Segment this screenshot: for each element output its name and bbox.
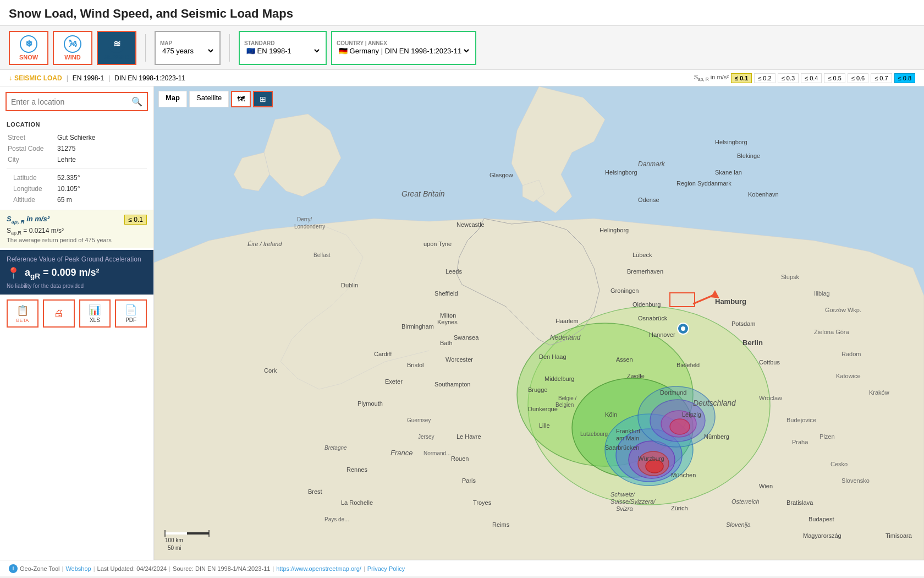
svg-text:Rennes: Rennes: [346, 466, 367, 473]
svg-text:Zielona Góra: Zielona Góra: [814, 329, 849, 335]
sap-label: Sap, R in m/s²: [7, 215, 50, 225]
map-controls: Map Satellite 🗺 ⊞: [158, 91, 273, 107]
report-beta-button[interactable]: 📋 BETA: [7, 299, 38, 328]
svg-text:Lille: Lille: [539, 422, 550, 429]
svg-text:Cottbus: Cottbus: [759, 359, 780, 366]
alt-value: 65 m: [56, 194, 147, 205]
action-buttons: 📋 BETA 🖨 📊 XLS 📄 PDF: [0, 295, 153, 332]
svg-text:Iliblag: Iliblag: [814, 290, 830, 297]
svg-text:Birmingham: Birmingham: [402, 323, 434, 330]
svg-text:Bretagne: Bretagne: [324, 445, 347, 451]
map-tab-map[interactable]: Map: [158, 91, 187, 107]
svg-text:Milton: Milton: [440, 312, 456, 319]
info-bar: ↓ SEISMIC LOAD | EN 1998-1 | DIN EN 1998…: [0, 70, 924, 86]
city-label: City: [7, 154, 56, 165]
footer-osm-link[interactable]: https://www.openstreetmap.org/: [276, 565, 361, 572]
snow-tool-button[interactable]: ❄ SNOW: [9, 31, 48, 65]
table-row: Altitude 65 m: [7, 194, 147, 205]
city-value: Lehrte: [56, 154, 147, 165]
svg-text:Haarlem: Haarlem: [556, 318, 579, 324]
map-area[interactable]: Map Satellite 🗺 ⊞: [154, 86, 924, 560]
agr-title: Reference Value of Peak Ground Accelerat…: [7, 255, 147, 263]
content-area: 🔍 LOCATION Street Gut Schierke Postal Co…: [0, 86, 924, 560]
svg-text:Lübeck: Lübeck: [632, 252, 652, 258]
wind-icon: 🌬: [64, 35, 81, 53]
standard-select-label: STANDARD: [244, 40, 321, 46]
country-select-group: COUNTRY | ANNEX 🇩🇪 Germany | DIN EN 1998…: [331, 31, 476, 65]
svg-text:Suisse/Svizzera/: Suisse/Svizzera/: [610, 498, 656, 505]
svg-text:upon Tyne: upon Tyne: [424, 241, 452, 247]
seismic-tool-button[interactable]: ≋ SEISMIC: [97, 31, 136, 65]
svg-text:Oldenburg: Oldenburg: [632, 301, 661, 308]
agr-section: Reference Value of Peak Ground Accelerat…: [0, 250, 153, 295]
svg-text:Dunkerque: Dunkerque: [528, 406, 558, 412]
legend-item-06: ≤ 0.6: [848, 73, 868, 83]
page-title: Snow Load, Wind Speed, and Seismic Load …: [0, 0, 924, 26]
footer-webshop[interactable]: Webshop: [65, 565, 91, 572]
seismic-icon: ≋: [108, 35, 125, 53]
toolbar-divider-2: [229, 34, 230, 62]
print-icon: 🖨: [54, 308, 64, 319]
svg-text:Cork: Cork: [264, 367, 277, 374]
svg-text:Österreich: Österreich: [732, 498, 760, 505]
map-select[interactable]: 475 years 100 years 250 years 1000 years…: [160, 46, 215, 56]
svg-text:La Rochelle: La Rochelle: [341, 499, 373, 506]
standard-select[interactable]: 🇪🇺 EN 1998-1 EN 1998-1:2004: [244, 46, 321, 56]
svg-text:Köln: Köln: [605, 411, 617, 418]
svg-text:Radom: Radom: [842, 351, 861, 357]
svg-text:Normand...: Normand...: [424, 450, 450, 456]
svg-text:Derry/: Derry/: [297, 216, 312, 222]
svg-text:Blekinge: Blekinge: [737, 152, 760, 159]
country-select[interactable]: 🇩🇪 Germany | DIN EN 1998-1:2023-11 Austr…: [337, 46, 471, 56]
postal-label: Postal Code: [7, 143, 56, 154]
map-icon-button-1[interactable]: 🗺: [231, 91, 251, 107]
location-search-input[interactable]: [11, 97, 131, 106]
postal-value: 31275: [56, 143, 147, 154]
agr-formula: agR = 0.009 m/s²: [25, 267, 100, 280]
svg-text:München: München: [671, 472, 696, 478]
table-row: Postal Code 31275: [7, 143, 147, 154]
svg-text:Slovensko: Slovensko: [842, 477, 870, 484]
snow-icon: ❄: [20, 35, 37, 53]
no-liability-text: No liability for the data provided: [7, 283, 147, 289]
alt-label: Altitude: [7, 194, 56, 205]
svg-text:Southampton: Southampton: [435, 381, 470, 388]
svg-text:Jersey: Jersey: [418, 434, 434, 440]
svg-text:Glasgow: Glasgow: [490, 172, 513, 178]
lat-label: Latitude: [7, 172, 56, 183]
excel-button[interactable]: 📊 XLS: [79, 299, 111, 328]
svg-text:Danmark: Danmark: [638, 160, 666, 168]
svg-text:100 km: 100 km: [165, 537, 183, 543]
svg-text:Exeter: Exeter: [385, 378, 403, 385]
print-button[interactable]: 🖨: [43, 299, 75, 328]
location-table: Street Gut Schierke Postal Code 31275 Ci…: [7, 132, 147, 165]
table-row: Latitude 52.335°: [7, 172, 147, 183]
load-arrow-icon: ↓ SEISMIC LOAD: [9, 74, 62, 82]
seismic-label: SEISMIC: [104, 54, 129, 61]
map-tab-satellite[interactable]: Satellite: [189, 91, 229, 107]
svg-text:Budejovice: Budejovice: [787, 417, 816, 423]
svg-text:Sheffield: Sheffield: [435, 290, 458, 297]
divider: [7, 168, 147, 169]
footer-source: Source: DIN EN 1998-1/NA:2023-11: [173, 565, 270, 572]
pdf-button[interactable]: 📄 PDF: [115, 299, 147, 328]
svg-text:Bristol: Bristol: [407, 362, 424, 368]
legend-item-04: ≤ 0.4: [801, 73, 822, 83]
toolbar-divider-1: [145, 34, 146, 62]
map-icon-button-2[interactable]: ⊞: [253, 91, 273, 107]
svg-text:Londonderry: Londonderry: [294, 223, 325, 230]
excel-icon: 📊: [89, 304, 101, 316]
toolbar: ❄ SNOW 🌬 WIND ≋ SEISMIC MAP 475 years 10…: [0, 26, 924, 70]
search-box: 🔍: [6, 92, 148, 111]
wind-tool-button[interactable]: 🌬 WIND: [53, 31, 92, 65]
footer-privacy[interactable]: Privacy Policy: [367, 565, 405, 572]
svg-text:50 mi: 50 mi: [168, 545, 181, 551]
svg-text:Den Haag: Den Haag: [539, 353, 566, 360]
svg-text:Region Syddanmark: Region Syddanmark: [676, 180, 732, 187]
svg-text:Magyarország: Magyarország: [803, 532, 842, 539]
report-label: BETA: [16, 318, 29, 323]
svg-text:France: France: [391, 449, 413, 457]
info-icon: i: [9, 564, 18, 573]
svg-text:Gorzów Wkp.: Gorzów Wkp.: [825, 307, 861, 313]
svg-text:Brugge: Brugge: [528, 386, 547, 393]
